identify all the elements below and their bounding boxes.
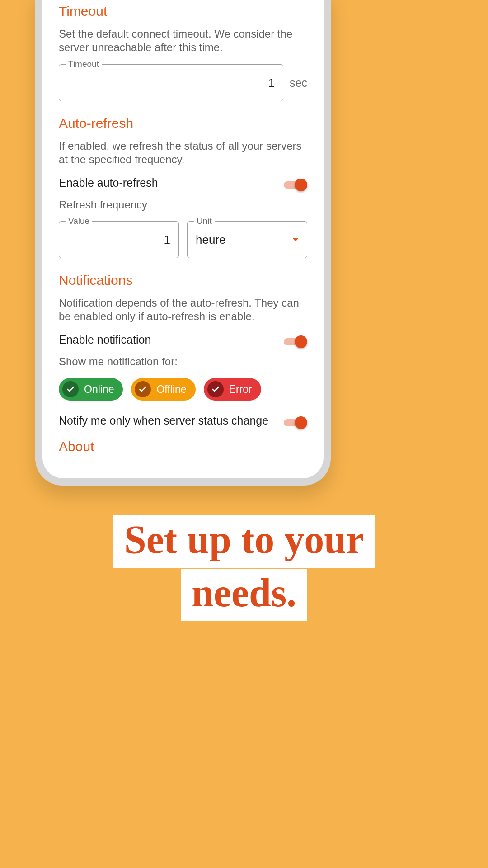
- timeout-title: Timeout: [59, 4, 307, 19]
- autorefresh-title: Auto-refresh: [59, 116, 307, 131]
- promo-line-1: Set up to your: [0, 515, 488, 568]
- chip-online-label: Online: [84, 383, 114, 396]
- timeout-desc: Set the default connect timeout. We cons…: [59, 27, 307, 54]
- autorefresh-section: Auto-refresh If enabled, we refresh the …: [59, 116, 307, 258]
- notification-enable-row: Enable notification: [59, 333, 307, 346]
- autorefresh-enable-row: Enable auto-refresh: [59, 176, 307, 189]
- chip-offline-label: Offline: [156, 383, 186, 396]
- check-icon: [62, 381, 79, 397]
- chip-error[interactable]: Error: [204, 378, 261, 401]
- timeout-input[interactable]: [67, 76, 275, 90]
- timeout-section: Timeout Set the default connect timeout.…: [59, 4, 307, 101]
- phone-frame: Timeout Set the default connect timeout.…: [35, 0, 331, 486]
- refresh-value-input[interactable]: [67, 233, 170, 247]
- timeout-field-label: Timeout: [66, 59, 102, 69]
- show-notification-for-label: Show me notification for:: [59, 355, 307, 368]
- about-title: About: [59, 439, 307, 454]
- chevron-down-icon: [292, 238, 299, 241]
- settings-screen: Timeout Set the default connect timeout.…: [42, 0, 324, 478]
- chip-error-label: Error: [229, 383, 252, 396]
- refresh-unit-select[interactable]: Unit heure: [187, 221, 307, 258]
- notification-chip-row: Online Offline Error: [59, 378, 307, 401]
- notifications-section: Notifications Notification depends of th…: [59, 273, 307, 427]
- notification-toggle[interactable]: [284, 335, 307, 344]
- timeout-field[interactable]: Timeout: [59, 64, 283, 101]
- autorefresh-toggle[interactable]: [284, 179, 307, 188]
- chip-offline[interactable]: Offline: [131, 378, 195, 401]
- notify-onchange-toggle[interactable]: [284, 416, 307, 425]
- notifications-desc: Notification depends of the auto-refresh…: [59, 296, 307, 323]
- promo-line-2: needs.: [0, 569, 488, 621]
- refresh-value-field[interactable]: Value: [59, 221, 179, 258]
- autorefresh-enable-label: Enable auto-refresh: [59, 176, 158, 189]
- refresh-frequency-label: Refresh frequency: [59, 198, 307, 211]
- notify-onchange-label: Notify me only when server status change: [59, 414, 268, 427]
- chip-online[interactable]: Online: [59, 378, 123, 401]
- refresh-unit-label: Unit: [194, 216, 215, 226]
- refresh-unit-value: heure: [196, 233, 226, 247]
- check-icon: [207, 381, 224, 397]
- autorefresh-desc: If enabled, we refresh the status of all…: [59, 139, 307, 166]
- about-section: About: [59, 439, 307, 454]
- check-icon: [135, 381, 151, 397]
- timeout-unit-suffix: sec: [290, 76, 307, 90]
- refresh-value-label: Value: [66, 216, 92, 226]
- notifications-title: Notifications: [59, 273, 307, 288]
- notify-onchange-row: Notify me only when server status change: [59, 414, 307, 427]
- notification-enable-label: Enable notification: [59, 333, 151, 346]
